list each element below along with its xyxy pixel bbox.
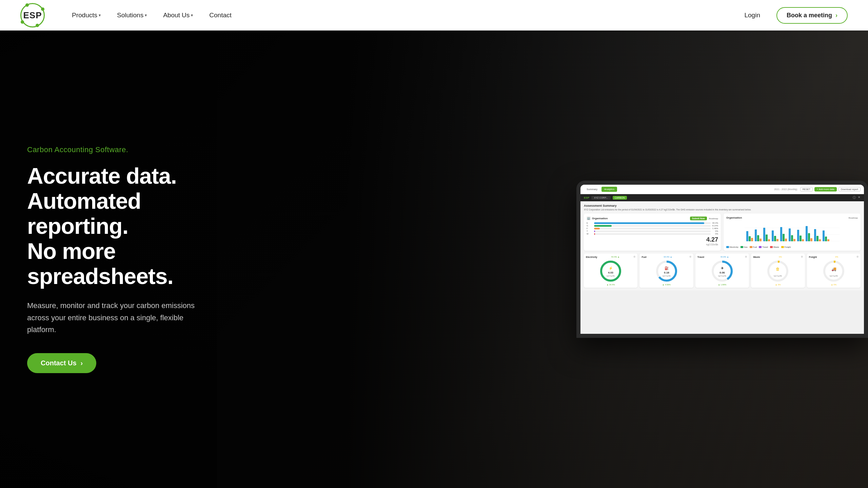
svg-rect-4 [749,236,751,241]
svg-rect-3 [746,231,748,241]
svg-rect-26 [810,238,812,241]
gauge-fuel-settings[interactable]: ⚙ [689,256,691,258]
dashboard-period: 2021 - 2022 (Monthly) [774,188,797,190]
chart-org-label: Organisation [726,216,742,219]
hero-description: Measure, monitor and track your carbon e… [27,300,210,336]
legend-waste: Waste [770,246,779,248]
dashboard-tab-summary[interactable]: Summary [584,187,600,192]
org-icon: 🏢 [587,216,591,220]
gauge-electricity-pct: 54.4% ▲ [611,256,620,258]
gauge-waste-bottom: ▲ 0% [775,284,781,286]
dashboard-main-grid: 🏢 Organisation Submit Now Roadmap [584,214,861,251]
bar-chart-card: Organisation Roadmap [724,214,861,251]
gauge-waste-pct: 0% [779,256,782,258]
arrow-right-icon: › [835,12,837,19]
gauge-fuel-title: Fuel [642,256,646,258]
svg-text:⚡: ⚡ [609,266,613,270]
nav-link-products[interactable]: Products ▾ [72,12,101,19]
dashboard-body: Assessment Summary XYZ Corporation Ltd e… [580,201,864,290]
dashboard-tabs: Summary Analytics [584,187,617,192]
close-icon[interactable]: ✕ [858,196,861,200]
svg-rect-29 [819,239,821,241]
gauge-freight-settings[interactable]: ⚙ [856,256,859,258]
monitor: Summary Analytics 2021 - 2022 (Monthly) … [576,181,868,338]
download-report-button[interactable]: Download report [839,187,861,191]
nav-item-contact[interactable]: Contact [209,12,231,19]
legend-electricity: Electricity [726,246,738,248]
gauges-row: Electricity 54.4% ▲ ⚙ ⚡ 4.03 kgCO₂e/$k [584,253,861,288]
nav-item-products[interactable]: Products ▾ [72,12,101,19]
svg-rect-8 [760,239,762,241]
svg-text:kgCO₂e/$k: kgCO₂e/$k [830,275,838,277]
navbar: ESP Products ▾ Solutions ▾ About Us ▾ Co… [0,0,868,30]
nav-link-about[interactable]: About Us ▾ [163,12,193,19]
contact-us-button[interactable]: Contact Us › [27,353,96,373]
gauge-freight-bottom: ▲ 0% [831,284,836,286]
svg-text:kgCO₂e/$k: kgCO₂e/$k [718,275,727,277]
bar-row-travel: T 0% [587,230,718,232]
gauge-fuel-svg: ⛽ 0.18 kgCO₂e/$k [655,259,678,283]
svg-rect-15 [780,227,782,241]
svg-text:🗑: 🗑 [776,267,780,271]
svg-rect-5 [751,238,753,241]
book-meeting-button[interactable]: Book a meeting › [776,7,848,24]
gauge-waste-settings[interactable]: ⚙ [801,256,803,258]
gauge-travel-settings[interactable]: ⚙ [745,256,747,258]
chevron-down-icon: ▾ [145,13,147,18]
svg-rect-17 [785,239,787,241]
svg-text:4.03: 4.03 [608,271,613,274]
org-dropdown[interactable]: XYZ CORP... [591,196,611,200]
gauge-fuel-bottom: ▲ 4.59% [662,284,671,286]
svg-text:0.18: 0.18 [664,271,669,274]
gauge-electricity-title: Electricity [586,256,597,258]
svg-rect-10 [766,235,768,241]
org-card: 🏢 Organisation Submit Now Roadmap [584,214,721,251]
submit-now-button[interactable]: Submit Now [690,217,707,220]
monitor-wrap: Summary Analytics 2021 - 2022 (Monthly) … [284,30,868,488]
svg-text:kgCO₂e/$k: kgCO₂e/$k [662,275,671,277]
total-value: 4.27 [587,236,718,243]
logo[interactable]: ESP [20,3,45,27]
chevron-down-icon: ▾ [99,13,101,18]
svg-rect-27 [814,229,816,241]
gauge-electricity-settings[interactable]: ⚙ [633,256,635,258]
dashboard-subbar: ESP XYZ CORP... CARBON ⓘ ✕ [580,194,864,201]
svg-rect-14 [776,239,778,241]
nav-item-about[interactable]: About Us ▾ [163,12,193,19]
reset-button[interactable]: RESET [800,187,813,191]
gauge-waste-title: Waste [753,256,760,258]
svg-rect-30 [823,230,825,241]
hero-content: Carbon Accounting Software. Accurate dat… [0,125,237,393]
svg-rect-7 [757,235,759,241]
bar-row-gas: G 8.14% [587,225,718,227]
add-data-button[interactable]: + Add more data [814,187,837,191]
svg-text:kgCO₂e/$k: kgCO₂e/$k [774,275,782,277]
dashboard-tab-analytics[interactable]: Analytics [601,187,617,192]
login-link[interactable]: Login [744,12,760,19]
roadmap-label: Roadmap [709,218,718,220]
chevron-down-icon: ▾ [191,13,193,18]
svg-text:0.06: 0.06 [719,271,725,274]
nav-item-solutions[interactable]: Solutions ▾ [117,12,147,19]
legend-travel: Travel [759,246,768,248]
gauge-electricity: Electricity 54.4% ▲ ⚙ ⚡ 4.03 kgCO₂e/$k [584,253,637,288]
chart-subtitle: Roadmap [849,217,858,219]
arrow-right-icon: › [81,359,83,367]
svg-rect-19 [791,235,793,241]
nav-link-solutions[interactable]: Solutions ▾ [117,12,147,19]
gauge-electricity-svg: ⚡ 4.03 kgCO₂e/$k [599,259,623,283]
nav-link-contact[interactable]: Contact [209,12,231,19]
svg-rect-6 [755,229,757,241]
svg-rect-28 [816,236,818,241]
svg-text:kgCO₂e/$k: kgCO₂e/$k [607,275,615,277]
assessment-title: Assessment Summary [584,204,861,207]
gauge-waste-svg: 🗑 kgCO₂e/$k [766,259,790,283]
svg-rect-11 [768,239,770,241]
gauge-electricity-bottom: ▲ 34.4% [607,284,615,286]
gauge-fuel-pct: 64.4% ▲ [664,256,672,258]
svg-rect-22 [800,236,802,241]
svg-rect-23 [802,239,804,241]
svg-text:🚚: 🚚 [831,266,836,271]
gauge-freight-svg: 🚚 kgCO₂e/$k [822,259,846,283]
bar-row-waste: W 0% [587,233,718,235]
